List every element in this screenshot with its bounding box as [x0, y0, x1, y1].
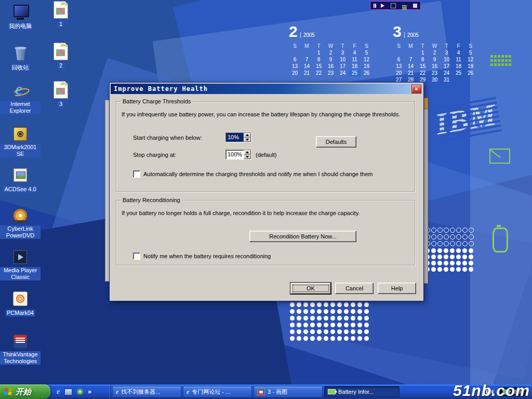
taskbar-button-battery-information[interactable]: Battery Infor...	[324, 386, 400, 397]
calendar-day: 16	[429, 63, 441, 70]
desktop-icon-3dmark2001[interactable]: 3DMark2001 SE	[0, 125, 41, 158]
desktop-icon-internet-explorer[interactable]: Internet Explorer	[0, 82, 41, 115]
desktop-icon-media-player-classic[interactable]: Media Player Classic	[0, 248, 41, 281]
desktop-icon-pcmark04[interactable]: PCMark04	[0, 290, 41, 317]
recycle-bin-icon	[11, 45, 29, 62]
calendar-weekday: T	[441, 43, 453, 49]
spinner-up-button[interactable]	[244, 133, 251, 138]
desktop-file-jpg-3[interactable]: JPG 3	[47, 81, 75, 108]
keyboard-light-icon	[402, 5, 407, 6]
internet-explorer-icon	[11, 82, 29, 100]
thinkvantage-icon	[11, 332, 29, 350]
desktop-icon-label: Internet Explorer	[0, 101, 41, 114]
desktop-icon-my-computer[interactable]: 我的电脑	[0, 3, 41, 30]
calendar-day: 11	[453, 56, 464, 63]
taskbar-button-browser-2[interactable]: e 专门网论坛 - ...	[183, 386, 252, 397]
spinner-down-button[interactable]	[244, 155, 251, 159]
volume-mute-icon	[374, 4, 375, 8]
default-note: (default)	[256, 151, 276, 158]
calendar-year: 2005	[300, 32, 315, 38]
defaults-button[interactable]: Defaults	[316, 136, 356, 148]
ok-button[interactable]: OK	[290, 283, 331, 294]
calendar-day: 8	[313, 56, 325, 63]
internet-explorer-quicklaunch-icon[interactable]: e	[57, 388, 60, 395]
desktop-icon-thinkvantage[interactable]: ThinkVantage Technologies	[0, 332, 41, 365]
calendar-day: 2	[429, 49, 441, 56]
notify-recondition-checkbox[interactable]	[133, 252, 140, 260]
media-player-quicklaunch-icon[interactable]	[77, 389, 83, 395]
desktop-icon-recycle-bin[interactable]: 回收站	[0, 45, 41, 72]
calendar-weekday: S	[464, 43, 476, 49]
desktop-icon-label: 我的电脑	[8, 23, 33, 30]
calendar-day: 14	[405, 63, 417, 70]
recondition-battery-button[interactable]: Recondition Battery Now...	[249, 231, 356, 242]
calendar-day: 9	[429, 56, 441, 63]
start-button[interactable]: 开始	[0, 384, 50, 399]
stop-threshold-spinner[interactable]: 100%	[225, 150, 251, 159]
quick-launch: e »	[50, 384, 111, 399]
spinner-buttons	[244, 133, 251, 142]
calendar-day: 13	[393, 63, 405, 70]
taskbar-button-label: 3 - 画图	[268, 388, 287, 396]
calendar-month: 2	[289, 23, 298, 41]
desktop-icon-label: ThinkVantage Technologies	[0, 351, 41, 365]
calendar-weekday: F	[453, 43, 464, 49]
calendar-day: 12	[361, 56, 373, 63]
notify-recondition-label: Notify me when the battery requires reco…	[143, 253, 271, 259]
calendar-day: 31	[441, 76, 453, 83]
dialog-body: Battery Charge Thresholds If you infrequ…	[111, 94, 422, 298]
calendar-day	[289, 49, 301, 56]
quick-launch-overflow-chevron[interactable]: »	[88, 388, 91, 395]
start-threshold-value[interactable]: 10%	[226, 133, 244, 142]
calendar-day: 16	[325, 63, 337, 70]
jpg-badge: JPG	[60, 2, 68, 6]
auto-determine-checkbox[interactable]	[133, 170, 140, 178]
improve-battery-health-dialog: Improve Battery Health × Battery Charge …	[109, 82, 424, 301]
acdsee-icon	[11, 166, 29, 184]
calendar-weekday: M	[301, 43, 313, 49]
help-button[interactable]: Help	[378, 283, 416, 294]
spinner-down-button[interactable]	[244, 138, 251, 142]
dialog-title: Improve Battery Health	[114, 85, 208, 92]
start-threshold-spinner[interactable]: 10%	[225, 132, 251, 142]
pcmark04-icon	[11, 290, 29, 308]
wallpaper-dot-pattern	[290, 302, 371, 343]
calendar-day: 19	[361, 63, 373, 70]
calendar-day: 24	[337, 70, 349, 76]
stop-threshold-value[interactable]: 100%	[226, 150, 244, 159]
calendar-day: 7	[405, 56, 417, 63]
calendar-weekday: F	[349, 43, 361, 49]
calendar-day: 13	[289, 63, 301, 70]
auto-determine-checkbox-row[interactable]: Automatically determine the charging thr…	[133, 170, 373, 178]
spinner-up-button[interactable]	[244, 150, 251, 155]
taskbar-button-browser-1[interactable]: e 找不到服务器...	[112, 386, 181, 397]
powerdvd-icon	[11, 207, 29, 224]
desktop-file-jpg-1[interactable]: JPG 1	[47, 1, 75, 28]
calendar-day: 21	[301, 70, 313, 76]
desktop-icon-powerdvd[interactable]: CyberLink PowerDVD	[0, 207, 41, 240]
calendar-weekday: W	[325, 43, 337, 49]
thinkpad-osd-bar	[370, 1, 421, 10]
calendar-day: 3	[441, 49, 453, 56]
desktop-icon-label: ACDSee 4.0	[3, 186, 37, 193]
desktop-icon-label: PCMark04	[6, 310, 35, 316]
desktop-icon-acdsee[interactable]: ACDSee 4.0	[0, 166, 41, 193]
group-legend: Battery Charge Thresholds	[121, 98, 193, 104]
dialog-titlebar[interactable]: Improve Battery Health ×	[111, 84, 422, 94]
calendar-day: 1	[313, 49, 325, 56]
calendar-weekday: M	[405, 43, 417, 49]
calendar-day: 2	[325, 49, 337, 56]
start-charging-label: Start charging when below:	[133, 134, 202, 141]
notify-recondition-checkbox-row[interactable]: Notify me when the battery requires reco…	[133, 252, 271, 260]
my-computer-icon	[11, 3, 29, 21]
close-button[interactable]: ×	[411, 85, 421, 94]
desktop-file-jpg-2[interactable]: JPG 2	[47, 43, 75, 70]
taskbar-button-paint[interactable]: 3 - 画图	[254, 386, 323, 397]
show-desktop-icon[interactable]	[64, 389, 72, 395]
calendar-day	[301, 49, 313, 56]
calendar-day: 4	[349, 49, 361, 56]
calendar-day: 15	[417, 63, 429, 70]
calendar-day: 5	[464, 49, 476, 56]
battery-charge-thresholds-group: Battery Charge Thresholds If you infrequ…	[116, 101, 415, 192]
cancel-button[interactable]: Cancel	[335, 283, 374, 294]
